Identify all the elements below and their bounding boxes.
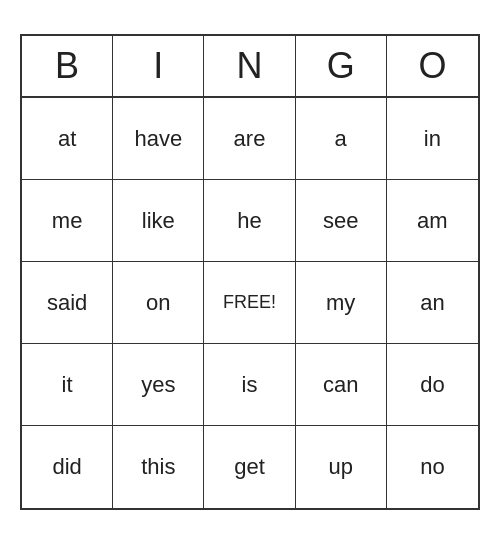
cell-an[interactable]: an bbox=[387, 262, 478, 344]
cell-can[interactable]: can bbox=[296, 344, 387, 426]
header-letter-g: G bbox=[296, 36, 387, 96]
header-letter-n: N bbox=[204, 36, 295, 96]
cell-this[interactable]: this bbox=[113, 426, 204, 508]
bingo-card: BINGO athaveareainmelikeheseeamsaidonFRE… bbox=[20, 34, 480, 510]
cell-on[interactable]: on bbox=[113, 262, 204, 344]
cell-a[interactable]: a bbox=[296, 98, 387, 180]
cell-do[interactable]: do bbox=[387, 344, 478, 426]
cell-no[interactable]: no bbox=[387, 426, 478, 508]
cell-he[interactable]: he bbox=[204, 180, 295, 262]
free-space[interactable]: FREE! bbox=[204, 262, 295, 344]
header-letter-b: B bbox=[22, 36, 113, 96]
bingo-grid: athaveareainmelikeheseeamsaidonFREE!myan… bbox=[22, 98, 478, 508]
cell-up[interactable]: up bbox=[296, 426, 387, 508]
header-letter-i: I bbox=[113, 36, 204, 96]
cell-get[interactable]: get bbox=[204, 426, 295, 508]
cell-yes[interactable]: yes bbox=[113, 344, 204, 426]
cell-at[interactable]: at bbox=[22, 98, 113, 180]
cell-my[interactable]: my bbox=[296, 262, 387, 344]
cell-are[interactable]: are bbox=[204, 98, 295, 180]
header-letter-o: O bbox=[387, 36, 478, 96]
cell-like[interactable]: like bbox=[113, 180, 204, 262]
cell-it[interactable]: it bbox=[22, 344, 113, 426]
cell-did[interactable]: did bbox=[22, 426, 113, 508]
cell-me[interactable]: me bbox=[22, 180, 113, 262]
cell-have[interactable]: have bbox=[113, 98, 204, 180]
cell-am[interactable]: am bbox=[387, 180, 478, 262]
cell-said[interactable]: said bbox=[22, 262, 113, 344]
bingo-header: BINGO bbox=[22, 36, 478, 98]
cell-in[interactable]: in bbox=[387, 98, 478, 180]
cell-is[interactable]: is bbox=[204, 344, 295, 426]
cell-see[interactable]: see bbox=[296, 180, 387, 262]
